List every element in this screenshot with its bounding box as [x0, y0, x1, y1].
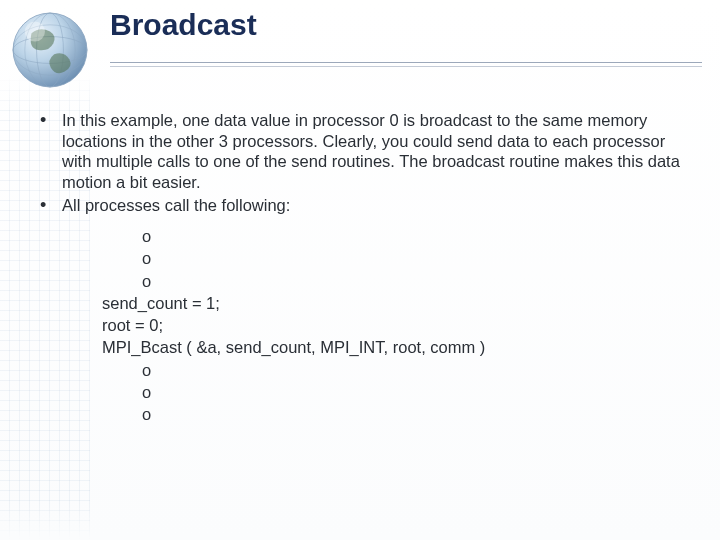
code-line: o [102, 247, 694, 269]
bullet-item: In this example, one data value in proce… [32, 110, 694, 193]
code-line: MPI_Bcast ( &a, send_count, MPI_INT, roo… [102, 336, 694, 358]
slide: Broadcast In this example, one data valu… [0, 0, 720, 540]
code-line: o [102, 359, 694, 381]
bullet-item: All processes call the following: [32, 195, 694, 216]
code-line: root = 0; [102, 314, 694, 336]
code-line: o [102, 225, 694, 247]
bullet-text: All processes call the following: [62, 196, 290, 214]
title-divider [110, 62, 702, 72]
code-line: o [102, 403, 694, 425]
globe-icon [8, 8, 92, 92]
slide-title: Broadcast [110, 8, 257, 42]
svg-point-0 [13, 13, 87, 87]
bullet-list: In this example, one data value in proce… [32, 110, 694, 215]
svg-point-5 [25, 21, 45, 41]
code-line: o [102, 270, 694, 292]
code-block: o o o send_count = 1; root = 0; MPI_Bcas… [102, 225, 694, 425]
code-line: o [102, 381, 694, 403]
bullet-text: In this example, one data value in proce… [62, 111, 680, 191]
header: Broadcast [0, 0, 720, 95]
body-content: In this example, one data value in proce… [32, 110, 694, 426]
code-line: send_count = 1; [102, 292, 694, 314]
